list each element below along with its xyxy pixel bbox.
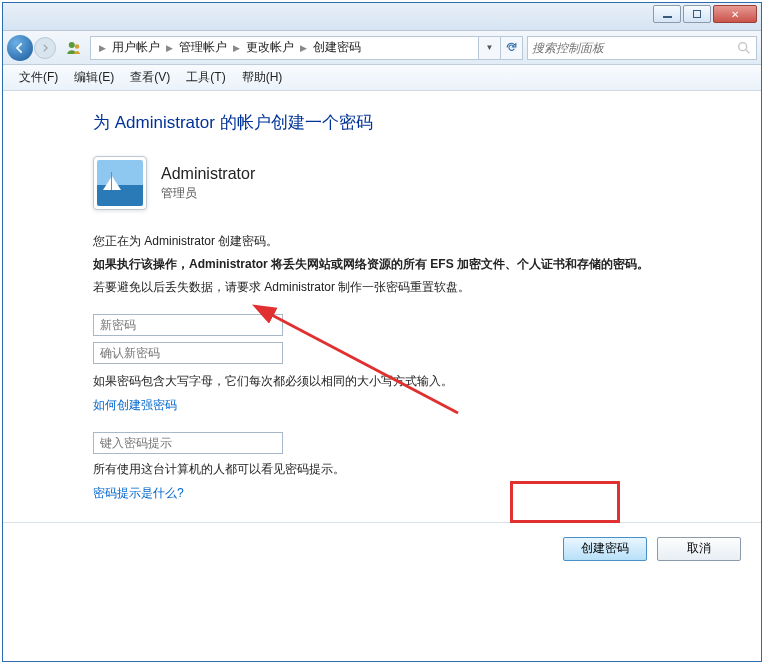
hint-note: 所有使用这台计算机的人都可以看见密码提示。 bbox=[93, 458, 761, 481]
menu-view[interactable]: 查看(V) bbox=[122, 66, 178, 89]
user-name: Administrator bbox=[161, 165, 255, 183]
address-controls: ▼ bbox=[479, 36, 523, 60]
chevron-right-icon: ▶ bbox=[229, 43, 244, 53]
window-frame: ✕ ▶ 用户帐户 ▶ 管理帐户 ▶ 更改帐户 ▶ 创建密码 ▼ bbox=[2, 2, 762, 662]
chevron-right-icon: ▶ bbox=[95, 43, 110, 53]
avatar-image bbox=[97, 160, 143, 206]
address-dropdown-button[interactable]: ▼ bbox=[479, 36, 501, 60]
create-password-button[interactable]: 创建密码 bbox=[563, 537, 647, 561]
form-area: 如果密码包含大写字母，它们每次都必须以相同的大小写方式输入。 如何创建强密码 所… bbox=[93, 314, 761, 502]
svg-point-2 bbox=[739, 42, 747, 50]
strong-password-link[interactable]: 如何创建强密码 bbox=[93, 397, 177, 414]
chevron-down-icon: ▼ bbox=[486, 43, 494, 52]
titlebar: ✕ bbox=[3, 3, 761, 31]
search-input[interactable] bbox=[532, 41, 736, 55]
svg-line-3 bbox=[746, 50, 749, 53]
avatar bbox=[93, 156, 147, 210]
case-note: 如果密码包含大写字母，它们每次都必须以相同的大小写方式输入。 bbox=[93, 370, 761, 393]
menu-tools[interactable]: 工具(T) bbox=[178, 66, 233, 89]
chevron-right-icon: ▶ bbox=[162, 43, 177, 53]
cancel-button[interactable]: 取消 bbox=[657, 537, 741, 561]
maximize-button[interactable] bbox=[683, 5, 711, 23]
user-role: 管理员 bbox=[161, 185, 255, 202]
chevron-right-icon: ▶ bbox=[296, 43, 311, 53]
crumb-item[interactable]: 更改帐户 bbox=[244, 39, 296, 56]
menu-edit[interactable]: 编辑(E) bbox=[66, 66, 122, 89]
nav-forward-button[interactable] bbox=[34, 37, 56, 59]
main-panel: 为 Administrator 的帐户创建一个密码 Administrator … bbox=[3, 91, 761, 522]
crumb-item[interactable]: 创建密码 bbox=[311, 39, 363, 56]
body-text: 您正在为 Administrator 创建密码。 如果执行该操作，Adminis… bbox=[93, 230, 761, 298]
arrow-right-icon bbox=[40, 43, 50, 53]
menu-help[interactable]: 帮助(H) bbox=[234, 66, 291, 89]
refresh-icon bbox=[505, 41, 518, 54]
minimize-button[interactable] bbox=[653, 5, 681, 23]
menu-file[interactable]: 文件(F) bbox=[11, 66, 66, 89]
close-icon: ✕ bbox=[731, 9, 739, 20]
info-line: 若要避免以后丢失数据，请要求 Administrator 制作一张密码重置软盘。 bbox=[93, 276, 761, 299]
breadcrumb[interactable]: ▶ 用户帐户 ▶ 管理帐户 ▶ 更改帐户 ▶ 创建密码 bbox=[90, 36, 479, 60]
arrow-left-icon bbox=[13, 41, 27, 55]
crumb-item[interactable]: 用户帐户 bbox=[110, 39, 162, 56]
svg-point-1 bbox=[75, 44, 80, 49]
new-password-input[interactable] bbox=[93, 314, 283, 336]
crumb-item[interactable]: 管理帐户 bbox=[177, 39, 229, 56]
user-row: Administrator 管理员 bbox=[93, 156, 761, 210]
info-line: 您正在为 Administrator 创建密码。 bbox=[93, 230, 761, 253]
hint-help-link[interactable]: 密码提示是什么? bbox=[93, 485, 184, 502]
user-info: Administrator 管理员 bbox=[161, 165, 255, 202]
user-accounts-icon bbox=[64, 38, 84, 58]
content-area: 为 Administrator 的帐户创建一个密码 Administrator … bbox=[3, 91, 761, 661]
password-hint-input[interactable] bbox=[93, 432, 283, 454]
svg-point-0 bbox=[69, 42, 75, 48]
nav-back-button[interactable] bbox=[7, 35, 33, 61]
menubar: 文件(F) 编辑(E) 查看(V) 工具(T) 帮助(H) bbox=[3, 65, 761, 91]
search-icon bbox=[736, 40, 752, 56]
confirm-password-input[interactable] bbox=[93, 342, 283, 364]
search-box[interactable] bbox=[527, 36, 757, 60]
footer: 创建密码 取消 bbox=[3, 522, 761, 575]
warning-line: 如果执行该操作，Administrator 将丢失网站或网络资源的所有 EFS … bbox=[93, 253, 761, 276]
page-title: 为 Administrator 的帐户创建一个密码 bbox=[93, 111, 761, 134]
navbar: ▶ 用户帐户 ▶ 管理帐户 ▶ 更改帐户 ▶ 创建密码 ▼ bbox=[3, 31, 761, 65]
close-button[interactable]: ✕ bbox=[713, 5, 757, 23]
refresh-button[interactable] bbox=[501, 36, 523, 60]
